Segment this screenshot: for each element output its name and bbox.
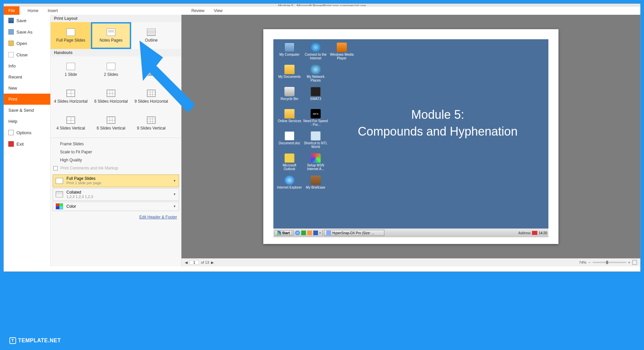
slide-page: My Computer Connect to the Internet Wind… — [263, 29, 558, 244]
outlook-icon — [284, 153, 294, 163]
review-tab[interactable]: Review — [186, 7, 209, 15]
handout-2-option[interactable]: 2 Slides — [91, 56, 131, 83]
zoom-out-button[interactable]: − — [588, 260, 590, 264]
save-as-icon — [8, 29, 14, 35]
close-button[interactable]: Close — [4, 49, 50, 60]
full-page-thumb-icon — [66, 29, 75, 36]
desktop-icon-wmp: Windows Media Player — [329, 43, 355, 64]
notes-thumb-icon — [107, 29, 115, 36]
edit-header-footer-link[interactable]: Edit Header & Footer — [51, 212, 181, 222]
save-as-button[interactable]: Save As — [4, 26, 50, 38]
view-tab[interactable]: View — [209, 7, 227, 15]
exit-button[interactable]: Exit — [4, 138, 50, 150]
next-page-button[interactable]: ▶ — [211, 260, 214, 265]
shortcut-icon — [311, 131, 321, 141]
chevron-down-icon: ▼ — [173, 179, 176, 183]
save-button[interactable]: Save — [4, 15, 50, 26]
recent-button[interactable]: Recent — [4, 71, 50, 83]
print-button[interactable]: Print — [4, 94, 50, 105]
print-preview: My Computer Connect to the Internet Wind… — [181, 15, 640, 266]
full-page-slides-option[interactable]: Full Page Slides — [51, 22, 91, 49]
callout-arrow-icon — [136, 37, 200, 114]
layout-thumb-icon — [56, 178, 63, 184]
backstage-nav: Save Save As Open Close Info Recent New … — [4, 15, 51, 266]
insert-tab[interactable]: Insert — [43, 7, 62, 15]
h6v-thumb-icon — [107, 116, 115, 124]
start-button: Start — [275, 230, 292, 236]
folder-icon — [284, 65, 294, 74]
desktop-icon-doc: Document.doc — [277, 131, 302, 153]
zoom-slider[interactable] — [593, 262, 626, 263]
zoom-level: 74% — [579, 260, 586, 264]
options-icon — [8, 130, 14, 135]
h2-thumb-icon — [107, 63, 115, 70]
handout-4v-option[interactable]: 4 Slides Vertical — [51, 110, 91, 137]
desktop-icon-recycle: Recycle Bin — [277, 87, 302, 108]
desktop-icon-ntl: Shortcut to NTL World — [303, 131, 328, 153]
notes-pages-option[interactable]: Notes Pages — [91, 22, 131, 49]
file-tab[interactable]: File — [4, 6, 19, 15]
briefcase-icon — [311, 176, 321, 185]
wmp-icon — [337, 43, 347, 52]
frame-slides-option[interactable]: Frame Slides — [51, 140, 181, 148]
handout-6h-option[interactable]: 6 Slides Horizontal — [91, 83, 131, 110]
page-total: of 13 — [201, 260, 209, 264]
desktop-icon-swat: SWAT3 — [303, 87, 328, 108]
ie-icon — [284, 176, 294, 185]
prev-page-button[interactable]: ◀ — [185, 260, 187, 265]
taskbar-outlook-icon — [307, 231, 312, 235]
handout-4h-option[interactable]: 4 Slides Horizontal — [51, 83, 91, 110]
color-icon — [56, 203, 63, 209]
chevron-down-icon: ▼ — [173, 193, 176, 196]
new-button[interactable]: New — [4, 83, 50, 94]
page-number-input[interactable] — [190, 260, 199, 265]
h1-thumb-icon — [66, 63, 75, 70]
save-send-button[interactable]: Save & Send — [4, 105, 50, 116]
outline-thumb-icon — [147, 29, 156, 36]
open-button[interactable]: Open — [4, 38, 50, 49]
scale-fit-option[interactable]: Scale to Fit Paper — [51, 148, 181, 156]
slide-content: My Computer Connect to the Internet Wind… — [273, 39, 548, 237]
high-quality-option[interactable]: High Quality — [51, 156, 181, 164]
save-icon — [8, 18, 14, 23]
collate-icon — [56, 191, 63, 197]
zoom-in-button[interactable]: + — [628, 260, 630, 264]
h9v-thumb-icon — [147, 116, 156, 124]
home-tab[interactable]: Home — [23, 7, 43, 15]
layout-dropdown[interactable]: Full Page SlidesPrint 1 slide per page ▼ — [53, 174, 179, 187]
swat-icon — [311, 87, 321, 96]
desktop-icon-net-places: My Network Places — [303, 65, 328, 86]
h4h-thumb-icon — [66, 90, 75, 97]
close-icon — [8, 52, 14, 57]
ati-icon — [532, 231, 537, 235]
handout-6v-option[interactable]: 6 Slides Vertical — [91, 110, 131, 137]
app-window: Module 5 - Microsoft PowerPoint non-comm… — [3, 3, 641, 272]
desktop-icon-ie: Internet Explorer — [277, 176, 302, 197]
h4v-thumb-icon — [66, 116, 75, 124]
recycle-bin-icon — [284, 87, 294, 96]
msn-icon — [311, 153, 321, 163]
collate-dropdown[interactable]: Collated1,2,3 1,2,3 1,2,3 ▼ — [53, 188, 179, 201]
title-bar: Module 5 - Microsoft PowerPoint non-comm… — [4, 4, 640, 6]
color-dropdown[interactable]: Color ▼ — [53, 202, 179, 211]
help-button[interactable]: Help — [4, 116, 50, 127]
info-button[interactable]: Info — [4, 60, 50, 71]
desktop-icon-my-docs: My Documents — [277, 65, 302, 86]
desktop-icon-nfs: NFSNeed For Speed - Por... — [303, 109, 328, 131]
h6h-thumb-icon — [107, 90, 115, 97]
nfs-icon: NFS — [311, 109, 321, 118]
fit-to-window-button[interactable] — [632, 260, 637, 265]
desktop-icon-my-computer: My Computer — [277, 43, 302, 64]
slide-title: Module 5: Compounds and Hyphenation — [347, 106, 528, 140]
svg-marker-0 — [140, 41, 195, 113]
taskbar-excel-icon — [301, 231, 306, 235]
print-comments-option: Print Comments and Ink Markup — [51, 164, 181, 172]
desktop-icon-outlook: Microsoft Outlook — [277, 153, 302, 175]
page-navigation: ◀ of 13 ▶ 74% − + — [181, 258, 640, 266]
globe-icon — [311, 43, 321, 52]
print-layout-header: Print Layout — [51, 15, 181, 22]
ribbon-tabs: File Home Insert Review View — [4, 6, 640, 15]
handout-1-option[interactable]: 1 Slide — [51, 56, 91, 83]
options-button[interactable]: Options — [4, 127, 50, 138]
checkbox-icon — [53, 166, 58, 170]
